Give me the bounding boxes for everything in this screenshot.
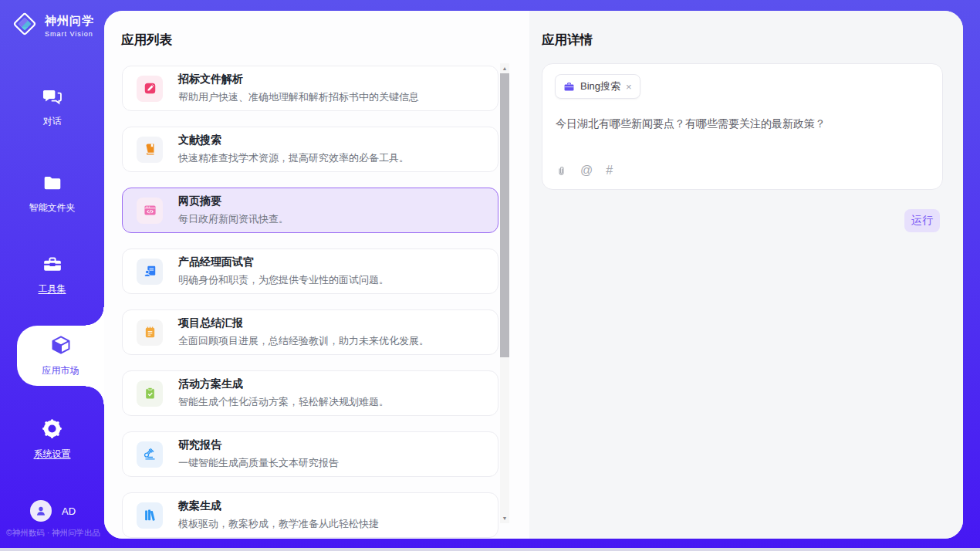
app-card[interactable]: 教案生成模板驱动，教案秒成，教学准备从此轻松快捷 (122, 492, 498, 538)
app-card-title: 活动方案生成 (178, 377, 389, 391)
books-icon (137, 502, 163, 529)
edit-icon (137, 76, 163, 102)
sidebar-item-market[interactable]: 应用市场 (17, 326, 104, 386)
chat-icon (42, 86, 63, 110)
folder-icon (42, 173, 63, 196)
sidebar-item-label: 对话 (43, 115, 62, 128)
query-input[interactable]: 今日湖北有哪些新闻要点？有哪些需要关注的最新政策？ (556, 117, 930, 131)
sidebar-item-tools[interactable]: 工具集 (0, 254, 104, 296)
brand-subtitle: Smart Vision (45, 30, 94, 38)
sidebar-item-label: 智能文件夹 (29, 201, 76, 215)
app-card[interactable]: 产品经理面试官明确身份和职责，为您提供专业性的面试问题。 (122, 248, 498, 294)
user-account[interactable]: AD (30, 500, 76, 522)
app-card-title: 产品经理面试官 (178, 255, 389, 269)
app-detail-panel: 应用详情 Bing搜索 × 今日湖北有哪些新闻要点？有哪些需要关注的最新政策？ … (529, 11, 963, 539)
paperclip-icon[interactable] (556, 165, 567, 177)
app-card-title: 教案生成 (178, 499, 379, 513)
scroll-up-icon[interactable]: ▲ (500, 63, 509, 73)
prompt-card: Bing搜索 × 今日湖北有哪些新闻要点？有哪些需要关注的最新政策？ @ # (542, 63, 943, 190)
app-card[interactable]: 研究报告一键智能生成高质量长文本研究报告 (122, 431, 498, 477)
close-icon[interactable]: × (626, 82, 632, 92)
app-card-title: 文献搜索 (178, 134, 409, 147)
app-card-description: 全面回顾项目进展，总结经验教训，助力未来优化发展。 (178, 334, 429, 348)
app-card-description: 智能生成个性化活动方案，轻松解决规划难题。 (178, 395, 389, 409)
sidebar-item-label: 工具集 (39, 282, 66, 296)
clipboard-check-icon (137, 380, 163, 407)
app-card[interactable]: 项目总结汇报全面回顾项目进展，总结经验教训，助力未来优化发展。 (122, 309, 498, 355)
notepad-icon (137, 319, 163, 346)
interview-icon (137, 259, 163, 285)
briefcase-icon (563, 81, 575, 93)
tool-chip-label: Bing搜索 (580, 79, 620, 93)
cube-icon (50, 334, 72, 359)
bottom-strip (0, 548, 980, 551)
sidebar-footer: ©神州数码 · 神州问学出品 (6, 528, 104, 539)
app-card[interactable]: 网页摘要每日政府新闻资讯快查。 (122, 188, 498, 233)
main-content: 应用列表 招标文件解析帮助用户快速、准确地理解和解析招标书中的关键信息文献搜索快… (104, 11, 963, 539)
toolbox-icon (42, 254, 63, 277)
app-list-title: 应用列表 (121, 32, 172, 49)
app-card[interactable]: 文献搜索快速精准查找学术资源，提高研究效率的必备工具。 (122, 127, 498, 172)
app-card-description: 一键智能生成高质量长文本研究报告 (178, 456, 339, 470)
hash-icon[interactable]: # (606, 164, 613, 177)
app-card-description: 明确身份和职责，为您提供专业性的面试问题。 (178, 273, 389, 287)
active-tab-curve-top (86, 307, 104, 326)
app-list-scrollbar[interactable]: ▲ ▼ (500, 63, 509, 523)
sidebar-item-label: 应用市场 (42, 364, 79, 377)
gem-diamond-icon (11, 10, 39, 41)
microscope-icon (137, 441, 163, 468)
app-card-title: 网页摘要 (178, 194, 289, 208)
app-card-description: 每日政府新闻资讯快查。 (178, 212, 289, 226)
sidebar-item-folders[interactable]: 智能文件夹 (0, 173, 104, 215)
browser-code-icon (137, 198, 163, 224)
composer-toolbar: @ # (556, 164, 613, 177)
sidebar-item-label: 系统设置 (34, 448, 71, 461)
at-icon[interactable]: @ (580, 164, 593, 177)
app-list: 招标文件解析帮助用户快速、准确地理解和解析招标书中的关键信息文献搜索快速精准查找… (122, 66, 498, 539)
app-card-title: 项目总结汇报 (178, 316, 429, 330)
user-icon (30, 500, 52, 522)
scroll-down-icon[interactable]: ▼ (500, 513, 509, 523)
user-name: AD (62, 505, 76, 517)
app-card-description: 模板驱动，教案秒成，教学准备从此轻松快捷 (178, 517, 379, 531)
app-list-panel: 应用列表 招标文件解析帮助用户快速、准确地理解和解析招标书中的关键信息文献搜索快… (104, 11, 529, 539)
sidebar-item-chat[interactable]: 对话 (0, 86, 104, 128)
app-card-description: 快速精准查找学术资源，提高研究效率的必备工具。 (178, 151, 409, 165)
app-detail-title: 应用详情 (542, 32, 593, 49)
brand-name: 神州问学 (45, 14, 94, 29)
app-card-title: 研究报告 (178, 438, 339, 452)
sidebar-item-settings[interactable]: 系统设置 (0, 418, 104, 461)
sidebar: 神州问学 Smart Vision 对话智能文件夹工具集应用市场系统设置 AD … (0, 0, 104, 551)
tool-chip-bing-search[interactable]: Bing搜索 × (555, 74, 640, 99)
run-button[interactable]: 运行 (904, 209, 940, 232)
app-card-title: 招标文件解析 (178, 73, 419, 86)
app-card[interactable]: 活动方案生成智能生成个性化活动方案，轻松解决规划难题。 (122, 370, 498, 416)
app-card[interactable]: 招标文件解析帮助用户快速、准确地理解和解析招标书中的关键信息 (122, 66, 498, 111)
brand[interactable]: 神州问学 Smart Vision (11, 10, 94, 41)
app-card-description: 帮助用户快速、准确地理解和解析招标书中的关键信息 (178, 90, 419, 104)
gear-icon (42, 418, 63, 442)
scrollbar-thumb[interactable] (500, 73, 509, 357)
active-tab-curve-bottom (86, 386, 104, 404)
book-icon (137, 137, 163, 163)
